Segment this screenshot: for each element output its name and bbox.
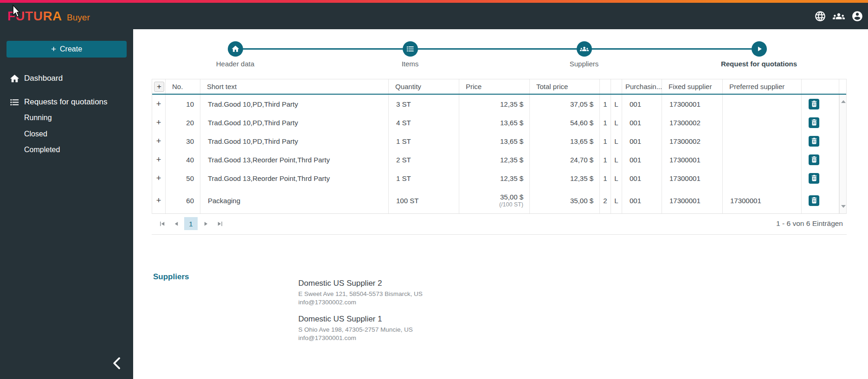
globe-icon[interactable]: [814, 10, 826, 22]
delete-row-button[interactable]: [809, 136, 819, 147]
supplier-name: Domestic US Supplier 2: [298, 279, 423, 288]
cell-short-text: Packaging: [200, 187, 389, 213]
cell-c1: 1: [600, 169, 611, 187]
pagination-current-page[interactable]: 1: [184, 217, 198, 230]
row-actions-cell: [802, 150, 839, 169]
step-label: Suppliers: [514, 60, 654, 68]
expand-row-icon[interactable]: +: [156, 196, 161, 206]
account-icon[interactable]: [851, 10, 863, 22]
cell-purchasing: 001: [622, 113, 662, 132]
supplier-email: info@17300001.com: [298, 334, 423, 342]
sidebar-item-label: Dashboard: [24, 74, 63, 83]
row-expand-cell: +: [152, 132, 166, 150]
add-row-button[interactable]: +: [154, 82, 164, 92]
cell-c1: 1: [600, 150, 611, 169]
row-expand-cell: +: [152, 150, 166, 169]
cell-c2: L: [611, 132, 622, 150]
pagination-first-button[interactable]: [155, 217, 168, 230]
sidebar-item-closed[interactable]: Closed: [24, 129, 47, 139]
row-expand-cell: +: [152, 113, 166, 132]
pagination-last-button[interactable]: [213, 217, 226, 230]
header-cell-scrollbar: [839, 79, 846, 94]
supplier-address: S Ohio Ave 198, 47305-2757 Muncie, US: [298, 326, 423, 334]
cell-c1: 1: [600, 113, 611, 132]
sidebar-item-label: Requests for quotations: [24, 97, 108, 107]
scroll-down-icon[interactable]: [841, 205, 846, 208]
header-cell-short-text: Short text: [200, 79, 389, 94]
cell-c1: 1: [600, 132, 611, 150]
cell-quantity: 4 ST: [389, 113, 459, 132]
table-row: +50Trad.Good 13,Reorder Point,Thrd Party…: [152, 169, 839, 187]
table-row: +10Trad.Good 10,PD,Third Party3 ST12,35 …: [152, 95, 839, 113]
cell-c2: L: [611, 95, 622, 113]
expand-row-icon[interactable]: +: [156, 118, 161, 128]
sidebar-item-dashboard[interactable]: Dashboard: [0, 72, 133, 85]
cell-price: 12,35 $: [459, 169, 530, 187]
cell-preferred-supplier: [723, 169, 802, 187]
header-cell-add: +: [152, 79, 166, 94]
home-icon: [9, 73, 20, 84]
cell-short-text: Trad.Good 10,PD,Third Party: [200, 95, 389, 113]
suppliers-heading: Suppliers: [153, 272, 189, 282]
row-expand-cell: +: [152, 187, 166, 213]
users-icon[interactable]: [833, 10, 845, 22]
row-actions-cell: [802, 169, 839, 187]
cell-short-text: Trad.Good 10,PD,Third Party: [200, 113, 389, 132]
delete-row-button[interactable]: [809, 154, 819, 165]
create-button[interactable]: + Create: [6, 41, 127, 58]
cell-fixed-supplier: 17300001: [662, 150, 723, 169]
cell-price: 12,35 $: [459, 150, 530, 169]
cell-quantity: 1 ST: [389, 169, 459, 187]
header-cell-fixed-supplier: Fixed supplier: [662, 79, 723, 94]
expand-row-icon[interactable]: +: [156, 155, 161, 165]
cell-no: 30: [166, 132, 200, 150]
step-suppliers-icon[interactable]: [577, 41, 592, 57]
pagination-prev-button[interactable]: [170, 217, 183, 230]
cell-c1: 2: [600, 187, 611, 213]
header-cell-actions: [802, 79, 839, 94]
cell-purchasing: 001: [622, 95, 662, 113]
sidebar: + Create Dashboard Requests for quotatio…: [0, 29, 133, 379]
cell-preferred-supplier: [723, 150, 802, 169]
step-items-icon[interactable]: [403, 41, 418, 57]
list-icon: [9, 97, 20, 108]
price-unit-note: (/100 ST): [499, 201, 523, 208]
cell-c2: L: [611, 150, 622, 169]
cell-short-text: Trad.Good 13,Reorder Point,Thrd Party: [200, 169, 389, 187]
cell-fixed-supplier: 17300001: [662, 169, 723, 187]
header-cell-total-price: Total price: [530, 79, 600, 94]
cell-no: 10: [166, 95, 200, 113]
delete-row-button[interactable]: [809, 117, 819, 128]
cell-c2: L: [611, 113, 622, 132]
cell-preferred-supplier: 17300001: [723, 187, 802, 213]
cell-total-price: 24,70 $: [530, 150, 600, 169]
expand-row-icon[interactable]: +: [156, 99, 161, 109]
cell-no: 20: [166, 113, 200, 132]
table-row: +30Trad.Good 10,PD,Third Party1 ST13,65 …: [152, 132, 839, 150]
delete-row-button[interactable]: [809, 99, 819, 109]
expand-row-icon[interactable]: +: [156, 136, 161, 146]
row-actions-cell: [802, 187, 839, 213]
step-request-for-quotations-icon[interactable]: [752, 41, 767, 57]
row-actions-cell: [802, 95, 839, 113]
step-header-data-icon[interactable]: [228, 41, 243, 57]
scroll-up-icon[interactable]: [841, 100, 846, 103]
cell-purchasing: 001: [622, 132, 662, 150]
cell-price: 35,00 $(/100 ST): [459, 187, 530, 213]
sidebar-item-completed[interactable]: Completed: [24, 145, 60, 155]
pagination-next-button[interactable]: [199, 217, 212, 230]
delete-row-button[interactable]: [809, 173, 819, 184]
row-expand-cell: +: [152, 169, 166, 187]
sidebar-item-requests-for-quotations[interactable]: Requests for quotations: [0, 96, 133, 109]
sidebar-item-running[interactable]: Running: [24, 113, 52, 123]
expand-row-icon[interactable]: +: [156, 173, 161, 183]
supplier-address: E Sweet Ave 121, 58504-5573 Bismarck, US: [298, 290, 423, 298]
delete-row-button[interactable]: [809, 195, 819, 206]
supplier-name: Domestic US Supplier 1: [298, 315, 423, 324]
cell-total-price: 54,60 $: [530, 113, 600, 132]
suppliers-list: Domestic US Supplier 2E Sweet Ave 121, 5…: [298, 279, 423, 350]
app-logo: FUTURA Buyer: [7, 9, 90, 24]
cell-no: 50: [166, 169, 200, 187]
table-scrollbar[interactable]: [839, 95, 846, 213]
sidebar-collapse-button[interactable]: [108, 354, 126, 373]
